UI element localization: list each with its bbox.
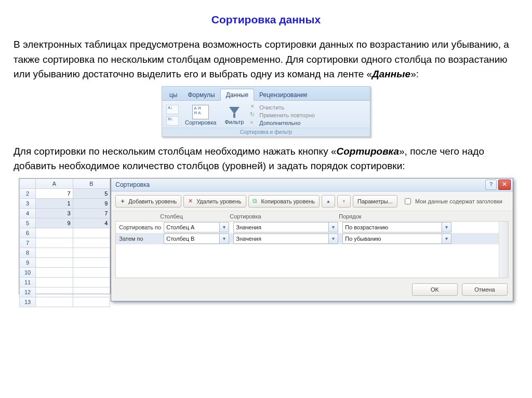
cancel-button[interactable]: Отмена (462, 283, 508, 296)
chevron-down-icon[interactable] (442, 234, 451, 243)
cell[interactable]: 4 (73, 218, 110, 228)
ribbon-group-caption: Сортировка и фильтр (162, 128, 370, 136)
copy-level-button[interactable]: Копировать уровень (248, 195, 320, 208)
p2-em: Сортировка (336, 146, 399, 157)
row-header[interactable]: 6 (20, 228, 36, 238)
ribbon-tab-data[interactable]: Данные (220, 89, 254, 101)
chevron-down-icon[interactable] (219, 223, 229, 232)
close-icon[interactable]: ✕ (498, 180, 511, 190)
col-header-b[interactable]: B (73, 179, 110, 188)
sorton-combobox[interactable]: Значения (233, 234, 338, 244)
clear-label[interactable]: Очистить (259, 104, 284, 111)
cell[interactable] (73, 238, 110, 248)
move-up-button[interactable] (322, 195, 335, 208)
has-headers-input[interactable] (405, 198, 411, 204)
cell[interactable] (73, 267, 110, 277)
sorton-combobox[interactable]: Значения (233, 222, 338, 232)
add-icon (120, 198, 126, 204)
cell[interactable]: 5 (73, 188, 110, 198)
column-combobox[interactable]: Столбец B (164, 234, 229, 244)
chevron-down-icon[interactable] (328, 234, 338, 243)
grid-header: Столбец Сортировка Порядок (111, 211, 513, 221)
cell[interactable] (36, 257, 73, 267)
cell[interactable]: 3 (36, 208, 73, 218)
cell[interactable] (73, 257, 110, 267)
cell[interactable] (73, 228, 110, 238)
reapply-icon (250, 112, 257, 118)
dialog-toolbar: Добавить уровень Удалить уровень Копиров… (111, 191, 513, 211)
row-header[interactable]: 2 (20, 188, 36, 198)
level-label: Сортировать по (116, 224, 164, 230)
row-header[interactable]: 7 (20, 238, 36, 248)
row-header[interactable]: 3 (20, 198, 36, 208)
delete-level-button[interactable]: Удалить уровень (183, 195, 246, 208)
ribbon-tab-partial[interactable]: цы (164, 89, 183, 100)
dialog-footer: OK Отмена (111, 278, 513, 301)
row-header[interactable]: 8 (20, 248, 36, 257)
intro-paragraph-2: Для сортировки по нескольким столбцам не… (14, 144, 518, 174)
sort-big-icon: А ЯЯ А (192, 105, 209, 119)
cell[interactable] (73, 297, 110, 307)
intro-paragraph-1: В электронных таблицах предусмотрена воз… (14, 37, 518, 82)
add-level-button[interactable]: Добавить уровень (115, 195, 181, 208)
cell[interactable] (36, 248, 73, 257)
column-value: Столбец A (164, 224, 219, 230)
chevron-down-icon[interactable] (328, 223, 338, 232)
row-header[interactable]: 5 (20, 218, 36, 228)
has-headers-label: Мои данные содержат заголовки (415, 198, 502, 204)
cell[interactable] (73, 287, 110, 297)
dialog-titlebar[interactable]: Сортировка ? ✕ (111, 179, 513, 191)
filter-button-label: Фильтр (224, 119, 244, 125)
cell[interactable] (36, 277, 73, 287)
chevron-down-icon[interactable] (219, 234, 229, 243)
cell[interactable] (36, 228, 73, 238)
grid-header-sort: Сортировка (230, 213, 339, 219)
cell[interactable]: 7 (36, 188, 73, 198)
cell[interactable] (36, 267, 73, 277)
cell[interactable] (73, 248, 110, 257)
filter-button[interactable]: Фильтр (222, 104, 246, 126)
cell[interactable]: 1 (36, 198, 73, 208)
row-header[interactable]: 4 (20, 208, 36, 218)
ribbon-tab-review[interactable]: Рецензирование (254, 89, 313, 100)
advanced-label[interactable]: Дополнительно (259, 120, 300, 126)
parameters-button[interactable]: Параметры... (353, 195, 397, 208)
cell[interactable] (36, 297, 73, 307)
p2-pre: Для сортировки по нескольким столбцам не… (14, 146, 336, 157)
column-combobox[interactable]: Столбец A (164, 222, 229, 232)
vertical-scrollbar[interactable] (499, 222, 508, 278)
ribbon-tab-formulas[interactable]: Формулы (183, 89, 220, 100)
level-row[interactable]: Сортировать по Столбец A Значения По воз… (116, 222, 508, 233)
has-headers-checkbox[interactable]: Мои данные содержат заголовки (403, 197, 502, 206)
col-header-a[interactable]: A (36, 179, 73, 188)
cell[interactable] (36, 238, 73, 248)
ribbon-fragment: цы Формулы Данные Рецензирование А↓ Я↓ А… (162, 86, 370, 137)
sort-desc-icon[interactable]: Я↓ (166, 116, 179, 126)
corner-cell[interactable] (20, 179, 36, 188)
worksheet-fragment: A B 2 7 5 3 1 9 4 3 7 (19, 178, 111, 294)
sort-button[interactable]: А ЯЯ А Сортировка (183, 104, 218, 127)
cell[interactable] (73, 277, 110, 287)
row-header[interactable]: 10 (20, 267, 36, 277)
order-combobox[interactable]: По возрастанию (342, 222, 451, 232)
level-row[interactable]: Затем по Столбец B Значения По убыванию (116, 233, 508, 244)
cell[interactable]: 7 (73, 208, 110, 218)
ok-button[interactable]: OK (412, 283, 458, 296)
cell[interactable]: 9 (36, 218, 73, 228)
delete-level-label: Удалить уровень (196, 198, 241, 204)
row-header[interactable]: 12 (20, 287, 36, 297)
order-combobox[interactable]: По убыванию (342, 234, 451, 244)
chevron-down-icon[interactable] (442, 223, 451, 232)
reapply-label[interactable]: Применить повторно (259, 112, 315, 118)
row-header[interactable]: 9 (20, 257, 36, 267)
row-header[interactable]: 13 (20, 297, 36, 307)
help-icon[interactable]: ? (485, 180, 497, 190)
funnel-icon (228, 105, 241, 119)
sorton-value: Значения (234, 224, 328, 230)
cell[interactable]: 9 (73, 198, 110, 208)
p1-pre: В электронных таблицах предусмотрена воз… (14, 39, 509, 79)
row-header[interactable]: 11 (20, 277, 36, 287)
ribbon-body: А↓ Я↓ А ЯЯ А Сортировка Фильтр Очистить … (162, 101, 370, 128)
sort-asc-icon[interactable]: А↓ (166, 105, 179, 114)
cell[interactable] (36, 287, 73, 297)
